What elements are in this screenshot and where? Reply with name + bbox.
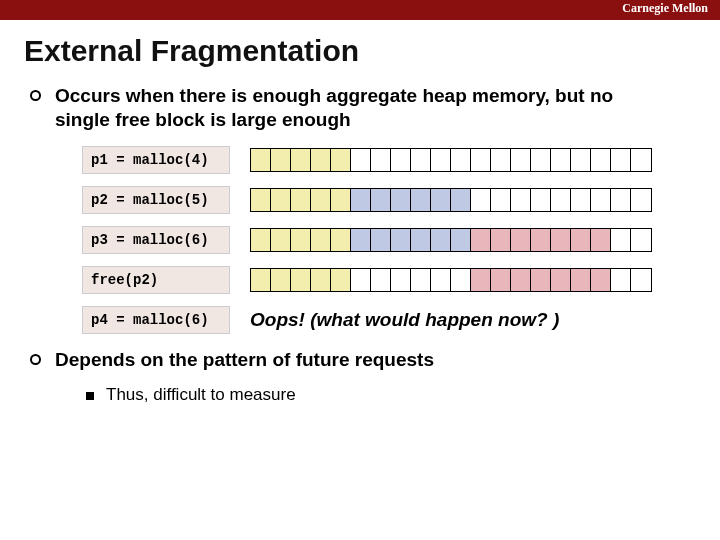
op-row: p4 = malloc(6)Oops! (what would happen n… xyxy=(82,306,698,334)
bullet-2: Depends on the pattern of future request… xyxy=(30,348,698,372)
code-box: p2 = malloc(5) xyxy=(82,186,230,214)
heap-cell xyxy=(511,229,531,251)
heap-cell xyxy=(451,189,471,211)
heap-cell xyxy=(551,149,571,171)
heap-cell xyxy=(391,189,411,211)
heap-cell xyxy=(291,149,311,171)
heap-cell xyxy=(451,149,471,171)
operations-list: p1 = malloc(4)p2 = malloc(5)p3 = malloc(… xyxy=(82,146,698,334)
heap-cell xyxy=(531,229,551,251)
heap-cell xyxy=(571,229,591,251)
header-bar: Carnegie Mellon xyxy=(0,0,720,20)
heap-cell xyxy=(271,229,291,251)
heap-cell xyxy=(391,149,411,171)
heap-cell xyxy=(371,149,391,171)
heap-cell xyxy=(331,269,351,291)
slide-content: Occurs when there is enough aggregate he… xyxy=(0,74,720,405)
code-box: p4 = malloc(6) xyxy=(82,306,230,334)
heap-cell xyxy=(531,149,551,171)
heap-cell xyxy=(531,269,551,291)
heap-strip xyxy=(250,228,652,252)
heap-cell xyxy=(331,229,351,251)
heap-cell xyxy=(311,189,331,211)
heap-cell xyxy=(411,229,431,251)
bullet-1-text: Occurs when there is enough aggregate he… xyxy=(55,84,655,132)
heap-cell xyxy=(571,189,591,211)
heap-cell xyxy=(491,149,511,171)
heap-cell xyxy=(391,229,411,251)
heap-strip xyxy=(250,268,652,292)
heap-cell xyxy=(351,269,371,291)
heap-cell xyxy=(551,269,571,291)
heap-cell xyxy=(631,189,651,211)
code-box: p1 = malloc(4) xyxy=(82,146,230,174)
heap-cell xyxy=(471,189,491,211)
heap-cell xyxy=(271,189,291,211)
heap-cell xyxy=(591,149,611,171)
heap-cell xyxy=(251,229,271,251)
heap-cell xyxy=(591,189,611,211)
heap-cell xyxy=(291,269,311,291)
heap-cell xyxy=(271,269,291,291)
heap-cell xyxy=(511,149,531,171)
heap-cell xyxy=(531,189,551,211)
heap-cell xyxy=(551,189,571,211)
heap-cell xyxy=(391,269,411,291)
heap-cell xyxy=(371,189,391,211)
code-box: p3 = malloc(6) xyxy=(82,226,230,254)
heap-cell xyxy=(431,269,451,291)
heap-cell xyxy=(351,229,371,251)
brand-label: Carnegie Mellon xyxy=(622,1,708,16)
heap-cell xyxy=(251,269,271,291)
heap-cell xyxy=(411,149,431,171)
op-row: p1 = malloc(4) xyxy=(82,146,698,174)
bullet-2-text: Depends on the pattern of future request… xyxy=(55,348,434,372)
heap-cell xyxy=(431,149,451,171)
bullet-icon xyxy=(30,354,41,365)
heap-cell xyxy=(431,229,451,251)
heap-cell xyxy=(631,229,651,251)
square-bullet-icon xyxy=(86,392,94,400)
heap-strip xyxy=(250,148,652,172)
heap-cell xyxy=(611,189,631,211)
slide-title: External Fragmentation xyxy=(0,20,720,74)
op-row: free(p2) xyxy=(82,266,698,294)
heap-cell xyxy=(311,149,331,171)
heap-cell xyxy=(611,149,631,171)
oops-text: Oops! (what would happen now? ) xyxy=(250,309,559,331)
heap-cell xyxy=(451,229,471,251)
heap-cell xyxy=(411,269,431,291)
heap-cell xyxy=(271,149,291,171)
code-box: free(p2) xyxy=(82,266,230,294)
heap-cell xyxy=(471,149,491,171)
heap-cell xyxy=(591,269,611,291)
heap-cell xyxy=(251,189,271,211)
op-row: p3 = malloc(6) xyxy=(82,226,698,254)
heap-cell xyxy=(331,189,351,211)
op-row: p2 = malloc(5) xyxy=(82,186,698,214)
bullet-1: Occurs when there is enough aggregate he… xyxy=(30,84,698,132)
heap-cell xyxy=(411,189,431,211)
heap-cell xyxy=(251,149,271,171)
heap-cell xyxy=(511,269,531,291)
heap-cell xyxy=(431,189,451,211)
heap-cell xyxy=(511,189,531,211)
heap-cell xyxy=(491,189,511,211)
heap-cell xyxy=(291,189,311,211)
sub-bullet-1: Thus, difficult to measure xyxy=(86,385,698,405)
heap-cell xyxy=(311,229,331,251)
heap-cell xyxy=(351,149,371,171)
heap-strip xyxy=(250,188,652,212)
sub-bullet-1-text: Thus, difficult to measure xyxy=(106,385,296,405)
heap-cell xyxy=(331,149,351,171)
heap-cell xyxy=(351,189,371,211)
heap-cell xyxy=(291,229,311,251)
heap-cell xyxy=(491,229,511,251)
heap-cell xyxy=(611,229,631,251)
heap-cell xyxy=(471,269,491,291)
heap-cell xyxy=(491,269,511,291)
heap-cell xyxy=(371,269,391,291)
heap-cell xyxy=(631,269,651,291)
heap-cell xyxy=(471,229,491,251)
heap-cell xyxy=(591,229,611,251)
